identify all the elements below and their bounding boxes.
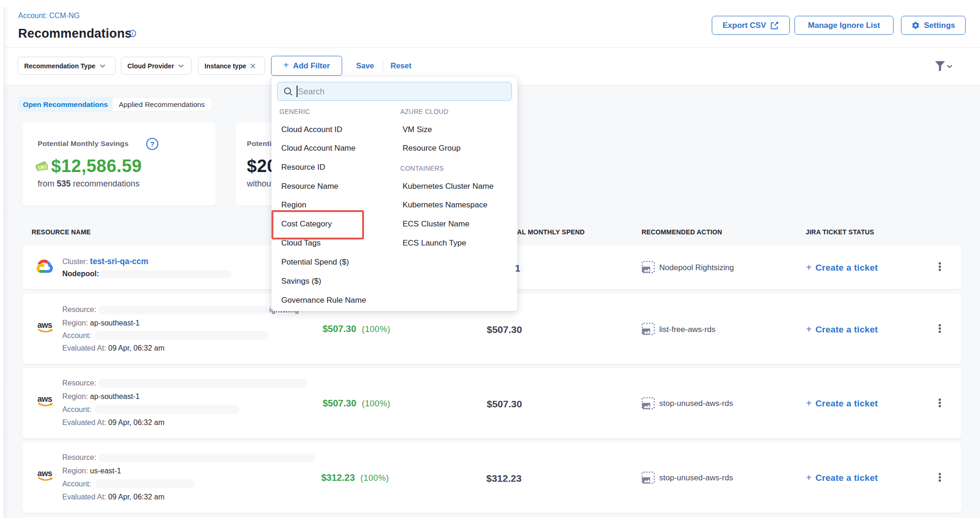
svg-text:aws: aws — [38, 321, 53, 330]
svg-text:aws: aws — [38, 470, 53, 478]
svg-text:?: ? — [150, 140, 154, 148]
svg-text:aws: aws — [38, 395, 53, 404]
